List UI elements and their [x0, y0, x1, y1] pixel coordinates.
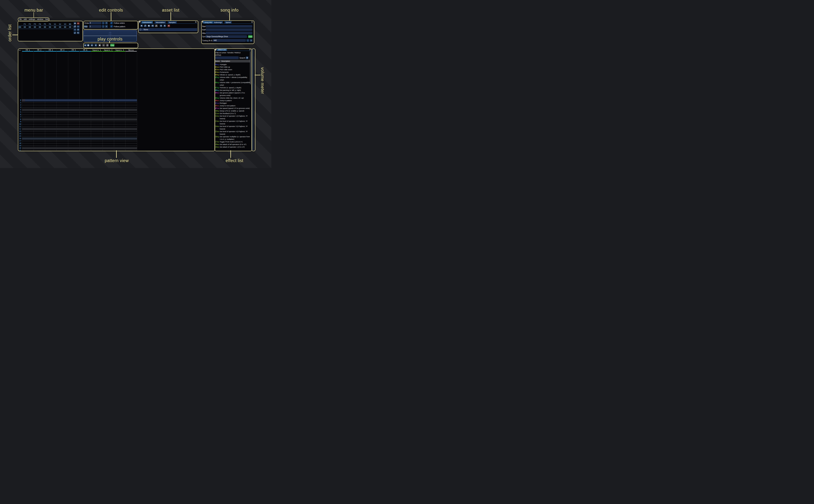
order-cell[interactable]: 00 [53, 26, 57, 28]
effect-row[interactable]: 09xxSet groove pattern (speed 1 if no gr… [215, 92, 251, 97]
pattern-row[interactable]: 5 [18, 111, 137, 113]
asset-list-item[interactable]: - None - [139, 28, 197, 31]
effect-row[interactable]: 08xySet panning (x: left; y: right) [215, 89, 251, 92]
open-instrument-button[interactable] [148, 25, 150, 27]
effect-row[interactable]: 0BxxJump to pattern [215, 99, 251, 102]
pattern-row-cells[interactable] [22, 111, 137, 113]
record-button[interactable] [98, 44, 101, 47]
pattern-row[interactable]: 20 [18, 147, 137, 149]
pattern-row[interactable]: 0 [18, 99, 137, 102]
pattern-row[interactable]: 11 [18, 125, 137, 128]
collapse-panel-icon[interactable] [215, 49, 216, 51]
add-order-button[interactable] [74, 22, 76, 25]
tab-instruments[interactable]: Instruments [141, 21, 153, 23]
channel-header-square-3[interactable]: Square 3 [114, 49, 125, 51]
menu-item-settings[interactable]: settings [29, 18, 35, 20]
pattern-row-cells[interactable] [22, 113, 137, 116]
step-increase-button[interactable]: + [105, 25, 108, 28]
move-order-up-button[interactable] [77, 25, 80, 28]
effect-row[interactable]: 14xxSet level of operator 3 (0 highest, … [215, 125, 251, 130]
repeat-pattern-button[interactable] [106, 44, 109, 47]
pattern-row[interactable]: 17 [18, 140, 137, 142]
order-cell[interactable]: 00 [42, 26, 47, 28]
pattern-row[interactable]: 19 [18, 145, 137, 147]
pattern-row-cells[interactable] [22, 118, 137, 121]
pattern-row[interactable]: 15 [18, 135, 137, 137]
channel-header-fm-6[interactable]: FM 6 [79, 49, 91, 51]
duplicate-instrument-button[interactable] [144, 25, 147, 27]
play-one-row-button[interactable] [90, 44, 93, 47]
pattern-row-cells[interactable] [22, 137, 137, 140]
pattern-row-cells[interactable] [22, 142, 137, 145]
order-cell[interactable]: 00 [68, 26, 73, 28]
close-icon[interactable]: ✕ [249, 49, 251, 50]
move-order-down-button[interactable] [74, 28, 76, 31]
play-from-beginning-button[interactable] [87, 44, 90, 47]
step-input[interactable]: 1 [89, 25, 101, 28]
metronome-button[interactable] [102, 44, 105, 47]
tab-subsongs[interactable]: Subsongs [213, 21, 223, 23]
effect-row[interactable]: 05xyVolume slide + vibrato (compatibilit… [215, 76, 251, 81]
channel-header-square-2[interactable]: Square 2 [102, 49, 114, 51]
tab-song-info[interactable]: Song Info [203, 21, 213, 23]
menu-item-edit[interactable]: edit [24, 18, 27, 20]
order-cell[interactable]: 00 [32, 26, 37, 28]
order-cell[interactable]: 00 [62, 26, 67, 28]
effect-row[interactable]: 0FxxSet speed (speed 2 if no grooves exi… [215, 107, 251, 110]
pattern-row[interactable]: 16 [18, 137, 137, 140]
pattern-row[interactable]: 13 [18, 130, 137, 133]
menu-item-file[interactable]: file [19, 18, 22, 20]
effect-row[interactable]: 16xySet operator multiplier (x: operator… [215, 135, 251, 141]
pattern-row[interactable]: 4 [18, 109, 137, 111]
pattern-row-cells[interactable] [22, 104, 137, 106]
effect-row[interactable]: 11xxSet feedback (0 to 7) [215, 112, 251, 115]
pattern-row[interactable]: 9 [18, 121, 137, 123]
pattern-row-cells[interactable] [22, 130, 137, 133]
deep-clone-order-button[interactable] [74, 32, 76, 34]
step-button[interactable]: Step [84, 25, 88, 28]
move-instrument-up-button[interactable] [160, 25, 162, 27]
pattern-row[interactable]: 1 [18, 102, 137, 104]
channel-header-fm-1[interactable]: FM 1 [22, 49, 33, 51]
remove-order-button[interactable] [77, 22, 80, 25]
effect-row[interactable]: 04xyVibrato (x: speed; y: depth) [215, 74, 251, 76]
pattern-row-cells[interactable] [22, 102, 137, 104]
octave-increase-button[interactable]: + [105, 22, 108, 25]
effect-row[interactable]: 10xySetup LFO (x: enable; y: speed) [215, 110, 251, 112]
pattern-row-cells[interactable] [22, 133, 137, 135]
pattern-row[interactable]: 6 [18, 113, 137, 116]
pattern-corner-buttons[interactable]: ++ [19, 49, 21, 51]
effect-search-input[interactable] [215, 56, 239, 59]
effect-row[interactable]: 01xxPitch slide up [215, 66, 251, 68]
tab-wavetables[interactable]: Wavetables [155, 21, 166, 23]
pattern-row-cells[interactable] [22, 135, 137, 137]
menu-item-help[interactable]: help [45, 18, 49, 20]
tuning-increase-button[interactable]: + [250, 39, 252, 42]
tab-speed[interactable]: Speed [224, 21, 232, 23]
effect-row[interactable]: 15xxSet level of operator 4 (0 highest, … [215, 130, 251, 135]
effect-row[interactable]: 06xyVolume slide + portamento (compatibi… [215, 81, 251, 86]
channel-header-fm-4[interactable]: FM 4 [56, 49, 68, 51]
close-icon[interactable]: ✕ [251, 21, 253, 23]
tuning-input[interactable]: 440 [213, 39, 246, 42]
edit-step-button[interactable] [94, 44, 97, 47]
poly-button[interactable]: Poly [110, 44, 114, 47]
channel-header-noise[interactable]: Noise [125, 49, 137, 51]
step-decrease-button[interactable]: - [102, 25, 104, 28]
effect-row[interactable]: 03xxPortamento [215, 71, 251, 74]
order-cell[interactable]: 00 [27, 26, 32, 28]
effect-row[interactable]: 07xyTremolo (x: speed; y: depth) [215, 86, 251, 89]
auto-system-button[interactable]: Auto [248, 35, 252, 38]
order-cell[interactable]: 00 [47, 26, 52, 28]
effect-row[interactable]: 0DxxJump to next pattern [215, 104, 251, 107]
effect-row[interactable]: 0CxxRetrigger [215, 102, 251, 104]
menu-item-window[interactable]: window [37, 18, 43, 20]
scrollbar[interactable] [250, 51, 251, 84]
pattern-row[interactable]: 10 [18, 123, 137, 125]
author-input[interactable] [206, 28, 252, 31]
pattern-row[interactable]: 3 [18, 106, 137, 109]
effect-table-header[interactable]: Name Description [215, 60, 250, 62]
effect-row[interactable]: 19xxSet attack of all operators (0 to 1F… [215, 143, 251, 146]
system-select[interactable]: Sega Genesis/Mega Drive [205, 35, 247, 38]
pattern-row[interactable]: 2 [18, 104, 137, 106]
